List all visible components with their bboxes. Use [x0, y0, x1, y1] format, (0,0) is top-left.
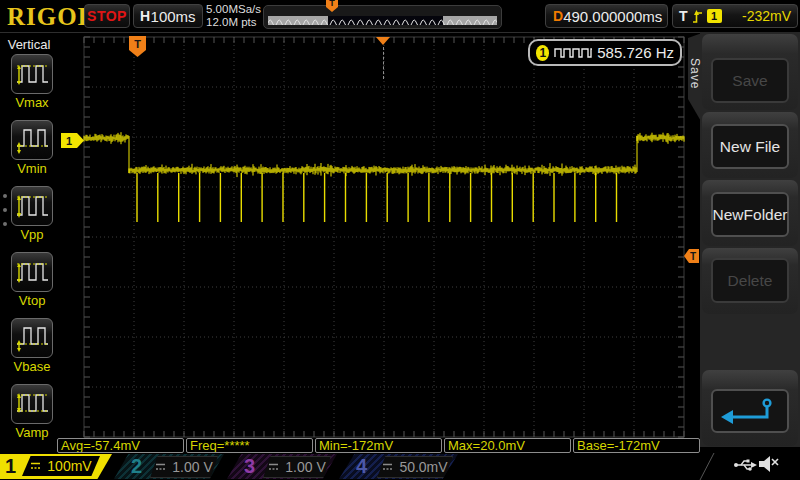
channel1-scale: 100mV: [47, 458, 91, 474]
sidebar-item-vmax[interactable]: Vmax: [9, 54, 55, 110]
delay-readout[interactable]: D 490.000000ms: [545, 4, 668, 28]
stat-min: Min=-172mV: [315, 438, 442, 453]
sidebar-item-vtop[interactable]: Vtop: [9, 252, 55, 308]
trigger-position-flag-label: T: [134, 38, 141, 50]
trigger-readout[interactable]: T 1 -232mV: [672, 4, 798, 28]
channel2-scale-box: 1.00 V: [150, 456, 218, 478]
channel2-number: 2: [131, 455, 142, 478]
horizontal-center-dashed-line: [383, 47, 384, 79]
memory-depth: 12.0M pts: [206, 16, 261, 29]
new-folder-button[interactable]: NewFolder: [711, 192, 789, 237]
run-state-button[interactable]: STOP: [84, 4, 130, 28]
horizontal-timebase-button[interactable]: H 100ms: [133, 4, 203, 28]
stat-freq: Freq=*****: [186, 438, 313, 453]
channel3-scale-box: 1.00 V: [263, 456, 331, 478]
timebase-value: 100ms: [150, 8, 196, 25]
frequency-value: 585.726 Hz: [597, 44, 674, 61]
channel3-scale: 1.00 V: [285, 459, 325, 475]
channel4-number: 4: [356, 455, 367, 478]
trigger-level-value: -232mV: [726, 8, 791, 24]
sidebar-item-label: Vpp: [9, 227, 55, 242]
rising-edge-icon: [692, 9, 703, 24]
channel4-scale: 50.0mV: [399, 459, 447, 475]
sidebar-title: Vertical: [0, 37, 58, 52]
vbase-icon: [15, 324, 49, 352]
oscilloscope-screen: RIGOL STOP H 100ms 5.00MSa/s 12.0M pts T: [0, 0, 800, 480]
trigger-position-flag[interactable]: T: [129, 36, 146, 57]
top-bar: RIGOL STOP H 100ms 5.00MSa/s 12.0M pts T: [0, 0, 800, 33]
bottom-bar-divider: [694, 453, 716, 480]
sidebar-item-label: Vmin: [9, 161, 55, 176]
channel4-tab[interactable]: 4 50.0mV: [339, 454, 458, 479]
delete-button[interactable]: Delete: [711, 258, 789, 303]
sidebar-item-vpp[interactable]: Vpp: [9, 186, 55, 242]
stat-avg: Avg=-57.4mV: [57, 438, 184, 453]
trigger-position-flag-icon[interactable]: T: [326, 0, 338, 12]
channel1-offset-marker-label: 1: [66, 135, 72, 147]
preview-band: [268, 16, 497, 25]
channel1-number: 1: [5, 455, 16, 478]
vamp-icon: [15, 390, 49, 418]
sidebar-item-label: Vtop: [9, 293, 55, 308]
sidebar-item-label: Vbase: [9, 359, 55, 374]
trigger-level-marker-label: T: [690, 251, 696, 262]
channel2-tab[interactable]: 2 1.00 V: [114, 454, 224, 479]
vmax-icon: [15, 60, 49, 88]
measurement-source-badge: 1: [536, 45, 549, 61]
vtop-icon: [15, 258, 49, 286]
sidebar-item-vbase[interactable]: Vbase: [9, 318, 55, 374]
sidebar-item-label: Vamp: [9, 425, 55, 440]
scroll-dot: [3, 194, 7, 198]
trigger-source-badge: 1: [707, 9, 722, 23]
delay-label: D: [553, 8, 563, 24]
stat-base: Base=-172mV: [573, 438, 700, 453]
new-file-button[interactable]: New File: [711, 124, 789, 169]
sidebar-item-vmin[interactable]: Vmin: [9, 120, 55, 176]
channel1-waveform: [57, 32, 700, 447]
back-button[interactable]: [711, 389, 789, 433]
channel1-scale-box: 100mV: [22, 456, 100, 476]
soft-menu: Save New File NewFolder Delete: [700, 32, 800, 447]
sidebar-item-vamp[interactable]: Vamp: [9, 384, 55, 440]
run-state-label: STOP: [87, 8, 127, 24]
channel2-scale: 1.00 V: [172, 459, 212, 475]
svg-text:T: T: [329, 0, 335, 8]
channel3-number: 3: [244, 455, 255, 478]
frequency-measurement-popup: 1 585.726 Hz: [528, 39, 682, 66]
rigol-logo: RIGOL: [7, 3, 95, 31]
dc-coupling-icon: [382, 463, 393, 471]
trigger-label: T: [679, 8, 688, 24]
preview-waveform: [268, 16, 497, 25]
dc-coupling-icon: [268, 463, 279, 471]
trigger-level-marker[interactable]: T: [684, 249, 699, 263]
menu-tab-label: Save: [687, 44, 702, 104]
horizontal-label: H: [140, 8, 150, 24]
save-button[interactable]: Save: [711, 58, 789, 103]
delay-value: 490.000000ms: [563, 8, 662, 25]
vpp-icon: [15, 192, 49, 220]
channel1-offset-marker[interactable]: 1: [61, 133, 84, 148]
sidebar-item-label: Vmax: [9, 95, 55, 110]
channel-bar: 1 100mV 2 1.00 V 3: [0, 453, 800, 480]
channel3-tab[interactable]: 3 1.00 V: [227, 454, 337, 479]
stat-max: Max=20.0mV: [444, 438, 571, 453]
square-wave-icon: [554, 46, 592, 59]
waveform-preview-bar[interactable]: T: [263, 5, 502, 29]
horizontal-center-marker-icon: [376, 37, 390, 45]
scroll-dot: [3, 222, 7, 226]
channel1-tab[interactable]: 1 100mV: [0, 454, 112, 479]
acquisition-info: 5.00MSa/s 12.0M pts: [206, 3, 261, 29]
return-arrow-icon: [720, 396, 780, 426]
sample-rate: 5.00MSa/s: [206, 3, 261, 16]
usb-icon: [733, 457, 757, 472]
speaker-muted-icon: [757, 454, 780, 474]
channel4-scale-box: 50.0mV: [377, 456, 453, 478]
dc-coupling-icon: [30, 462, 41, 470]
dc-coupling-icon: [155, 463, 166, 471]
vmin-icon: [15, 126, 49, 154]
scroll-dot: [3, 208, 7, 212]
